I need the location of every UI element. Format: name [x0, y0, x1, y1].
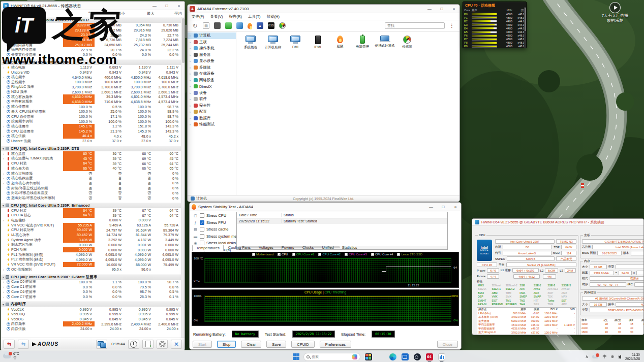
legend-item[interactable]: CPU Core #2 [318, 253, 341, 256]
sensor-row[interactable]: 按需频率调制100.0 %100.0 %100.0 %100.0 % [1, 119, 181, 124]
sensor-row[interactable]: PL1 功率限制 (静态)4,095.0 W4,095.0 W4,095.0 W… [1, 252, 181, 257]
start-button[interactable]: Start [193, 341, 212, 348]
sensor-row[interactable]: 平均有效频率4,636.0 MHz710.6 MHz4,638.5 MHz4,5… [1, 100, 181, 105]
dual-monitor-button[interactable] [96, 340, 107, 349]
grid-item-monitor[interactable]: 系统概述 [239, 36, 262, 49]
report-icon[interactable]: ▤ [203, 22, 209, 29]
network-icon[interactable]: ⊕ [610, 354, 614, 359]
checkbox[interactable] [200, 234, 204, 239]
sidebar-item-multimedia[interactable]: ›多媒体 [188, 64, 236, 71]
sensor-row[interactable]: Ring/LLC 频率3,700.0 MHz3,700.0 MHz3,700.0… [1, 85, 181, 90]
core-scrollbar[interactable] [524, 7, 526, 48]
sensor-row[interactable]: VccCLK0.995 V0.995 V0.995 V0.995 V [1, 307, 181, 312]
checkbox[interactable] [200, 227, 204, 232]
taskbar-app-edge[interactable] [388, 352, 397, 361]
sensor-section-header[interactable]: ▾CPU [#0]: Intel Core Ultra 5 230F: Enha… [1, 203, 181, 208]
close-icon[interactable]: × [450, 7, 457, 11]
grid-item-monitor[interactable]: 计算机名称 [262, 36, 284, 49]
weather-widget[interactable]: 6°C 雪 [3, 352, 19, 359]
sensor-gauge-icon[interactable] [279, 22, 286, 29]
overclock-flame-icon[interactable] [248, 23, 252, 29]
sidebar-item-config[interactable]: ›配置 [188, 109, 236, 115]
sensor-row[interactable]: ›电压偏移0.000 V0.000 V [1, 218, 181, 223]
nav-arrows-button[interactable]: ⇆ [4, 340, 15, 349]
sensor-row[interactable]: 核心最大值66 °C40 °C66 °C65 °C [1, 166, 181, 171]
preferences-button[interactable]: Preferences [320, 341, 351, 348]
grid-item-laptop[interactable]: 便携式计算机 [374, 36, 396, 49]
legend-item[interactable]: Lexar 2TB SSD [397, 253, 422, 256]
sensor-section-header[interactable]: ▾CPU [#0]: Intel Core Ultra 5 230F: C-St… [1, 274, 181, 280]
sidebar-item-os[interactable]: ›操作系统 [188, 45, 236, 52]
sensor-row[interactable]: 虚拟内存可用29,128 MB29,002 MB29,916 MB29,626 … [1, 28, 181, 33]
sensor-row[interactable]: 虚拟内存使用率23.0 %22.0 %24.3 %22.7 % [1, 32, 181, 38]
sidebar-item-server[interactable]: ›服务器 [188, 52, 236, 58]
cpuid-button[interactable]: CPUID [291, 341, 314, 348]
sensor-row[interactable]: System Agent 功率3.406 W3.292 W4.187 W3.44… [1, 238, 181, 243]
checkbox[interactable]: ✓ [200, 220, 204, 225]
sensor-row[interactable]: NGU 频率2,600.1 MHz2,600.1 MHz2,600.1 MHz2… [1, 89, 181, 94]
taskbar-app-explorer[interactable] [376, 352, 385, 361]
memory-icon[interactable] [225, 22, 232, 29]
sensor-row[interactable]: ›Core C0 驻留率100.0 %1.1 %100.0 %98.7 % [1, 280, 181, 285]
hwinfo-sensors-titlebar[interactable]: H HWiNFO® 64 v8.21-5655 - 传感器状态 — □ × [1, 2, 185, 10]
summary-titlebar[interactable]: HWiNFO64 v8.21-5655 @ GIGABYTE B860M AOR… [472, 219, 643, 226]
taskbar-app-steam[interactable] [413, 352, 421, 361]
promo-overlay[interactable]: 7天有无广告播 放的乐趣 [589, 2, 641, 23]
sidebar-item-display[interactable]: ›显示设备 [188, 58, 236, 64]
legend-checkbox[interactable] [252, 253, 255, 256]
grid-item-flame[interactable]: 超频 [329, 36, 351, 49]
sensor-row[interactable]: VR VCC 功率 (SVID POUT)72.000 W16.000 W88.… [1, 262, 181, 267]
search-input[interactable] [385, 22, 445, 29]
tab-clocks[interactable]: Clocks [299, 245, 318, 251]
sensor-row[interactable]: PL2 功率限制 (静态)4,095.0 W4,095.0 W4,095.0 W… [1, 257, 181, 262]
tab-temperatures[interactable]: Temperatures [192, 245, 224, 251]
onedrive-cloud-icon[interactable] [592, 355, 598, 358]
sidebar-item-network[interactable]: ›网络设备 [188, 77, 236, 84]
sidebar-item-database[interactable]: ›数据库 [188, 115, 236, 122]
clear-button[interactable]: Clear [241, 341, 261, 348]
sensor-row[interactable]: ›Core C6 驻留率0.0 %0.0 %98.7 %0.5 % [1, 289, 181, 294]
sensor-row[interactable]: ›Core C7 驻留率0.0 %0.0 %25.3 %0.1 % [1, 294, 181, 300]
close-icon[interactable]: × [175, 4, 182, 8]
stability-titlebar[interactable]: System Stability Test - AIDA64 — □ × [190, 203, 461, 211]
menu-item[interactable]: 工具(T) [248, 14, 261, 19]
menu-item[interactable]: 报告(R) [229, 14, 242, 19]
tray-chevron-icon[interactable]: ∧ [586, 354, 589, 359]
sensor-section-header[interactable]: ▾系统: GIGABYTE B860M AORUS PRO WIFI7 [1, 17, 181, 23]
sensor-row[interactable]: ›核心频率4,640.0 MHz400.0 MHz4,800.0 MHz4,61… [1, 75, 181, 80]
legend-checkbox[interactable] [318, 253, 321, 256]
tab-voltages[interactable]: Voltages [255, 245, 277, 251]
maximize-icon[interactable]: □ [440, 205, 447, 209]
sensor-row[interactable]: 物理内存使用率22.9 %20.7 %24.0 %22.2 % [1, 47, 181, 52]
sensor-row[interactable]: VR VCC 电流 (SVID IOUT)55.235 A9.469 A63.1… [1, 223, 181, 228]
sensor-section-header[interactable]: ▾内存时序 [1, 301, 181, 307]
save-button[interactable]: Save [266, 341, 286, 348]
sidebar-item-directx[interactable]: ›DirectX [188, 83, 236, 90]
legend-checkbox[interactable] [345, 253, 348, 256]
legend-item[interactable]: ✓CPU [278, 253, 288, 256]
sidebar-item-security[interactable]: ›安全性 [188, 103, 236, 109]
sensor-row[interactable]: 分页文件使用率0.0 %0.0 %0.0 %0.0 % [1, 52, 181, 57]
sensor-row[interactable]: ›核心倍频46.4 x4.0 x48.0 x46.2 x [1, 134, 181, 139]
close-sensors-button[interactable]: ✕ [171, 340, 182, 349]
sensor-row[interactable]: 封装/环形总线临界温度否否否0 % [1, 190, 181, 195]
legend-checkbox[interactable] [397, 253, 400, 256]
sidebar-item-benchmark[interactable]: ›性能测试 [188, 121, 236, 128]
sensor-row[interactable]: Uncore 倍频37.0 x37.0 x37.0 x37.0 x [1, 139, 181, 144]
legend-checkbox[interactable] [371, 253, 374, 256]
sensor-row[interactable]: ›核心电压1.113 V0.693 V1.130 V1.111 V [1, 65, 181, 70]
menu-item[interactable]: 查看(V) [210, 14, 223, 19]
osd-icon[interactable]: OSD [268, 22, 274, 29]
sensor-row[interactable]: ›核心过热降频否否否0 % [1, 171, 181, 176]
sidebar-item-computer[interactable]: ›计算机 [188, 32, 236, 39]
sensor-section-header[interactable]: ▾CPU [#0]: Intel Core Ultra 5 230F [1, 59, 181, 65]
report-button[interactable] [142, 340, 154, 349]
grid-item-battery[interactable]: 电源管理 [351, 36, 374, 49]
sensor-row[interactable]: VccIOG0.845 V0.845 V0.845 V0.845 V [1, 317, 181, 322]
taskbar-app-hwinfo[interactable] [437, 352, 446, 361]
sensor-row[interactable]: VccDDQ0.995 V0.995 V0.995 V0.995 V [1, 312, 181, 317]
sensor-row[interactable]: ›OC 倍频限制96.0 x96.0 x [1, 267, 181, 272]
minimize-icon[interactable]: — [427, 205, 435, 209]
tab-powers[interactable]: Powers [278, 245, 298, 251]
nav-arrows-secondary-button[interactable]: ⇆ [18, 340, 29, 349]
